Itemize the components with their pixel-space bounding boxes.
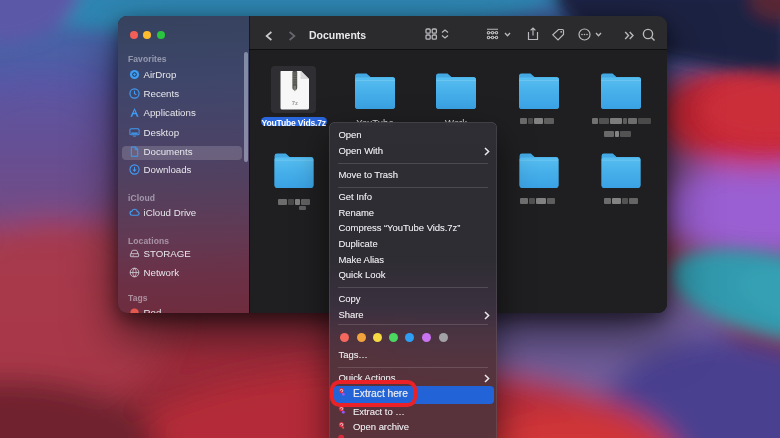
svg-text:7z: 7z bbox=[291, 100, 297, 106]
